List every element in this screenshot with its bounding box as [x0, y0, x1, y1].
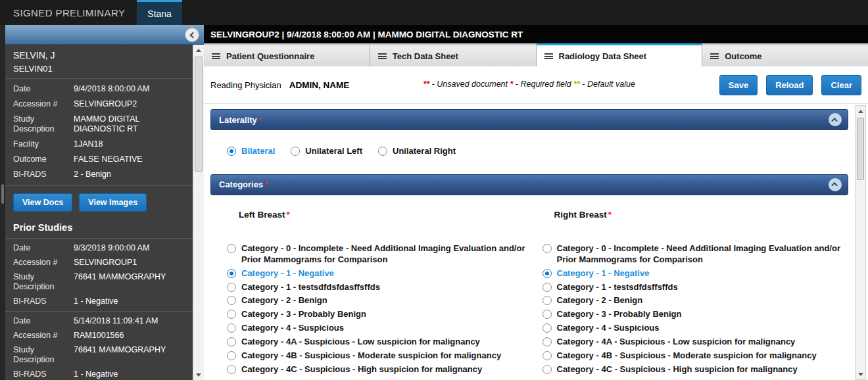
view-docs-button[interactable]: View Docs	[13, 193, 72, 212]
main-panel: SELVINGROUP2 | 9/4/2018 8:00:00 AM | MAM…	[204, 25, 868, 380]
patient-sidebar: SELVIN, J SELVIN01 Date9/4/2018 8:00:00 …	[5, 25, 204, 380]
legend-text: - Unsaved document	[429, 80, 510, 89]
tab-stana[interactable]: Stana	[137, 0, 182, 25]
radio-option[interactable]: Unilateral Right	[378, 146, 456, 157]
radio-option-label: Unilateral Left	[305, 146, 362, 157]
radio-button-icon[interactable]	[542, 365, 552, 374]
radio-button-icon[interactable]	[227, 337, 236, 346]
radio-option[interactable]: Bilateral	[227, 146, 275, 157]
radio-option[interactable]: Category - 3 - Probably Benign	[227, 309, 527, 320]
main-scrollbar[interactable]	[855, 105, 866, 380]
radio-button-icon[interactable]	[542, 351, 552, 360]
radio-button-icon[interactable]	[542, 310, 552, 319]
field-label: Accession #	[13, 258, 74, 268]
clear-button[interactable]: Clear	[821, 75, 861, 95]
radio-option[interactable]: Unilateral Left	[291, 146, 362, 157]
prior-studies-list: Date9/3/2018 9:00:00 AMAccession #SELVIN…	[5, 238, 193, 379]
collapse-categories-button[interactable]	[829, 178, 842, 191]
radio-option[interactable]: Category - 4B - Suspicious - Moderate su…	[227, 350, 527, 362]
panel-splitter[interactable]	[0, 25, 5, 380]
radio-button-icon[interactable]	[227, 296, 236, 305]
field-value: 5/14/2018 11:09:41 AM	[74, 316, 185, 326]
radio-button-icon[interactable]	[227, 269, 236, 278]
tab-outcome[interactable]: Outcome	[702, 43, 868, 66]
view-images-button[interactable]: View Images	[79, 193, 147, 212]
radio-option[interactable]: Category - 4A - Suspicious - Low suspici…	[542, 337, 842, 348]
radio-button-icon[interactable]	[227, 351, 236, 360]
list-icon	[378, 53, 387, 59]
radio-option[interactable]: Category - 4B - Suspicious - Moderate su…	[542, 350, 842, 362]
sidebar-scrollbar[interactable]	[193, 45, 204, 380]
tab-label: Outcome	[725, 51, 761, 61]
scroll-down-button[interactable]	[856, 369, 865, 379]
radio-button-icon[interactable]	[291, 147, 300, 156]
triangle-down-icon	[196, 373, 201, 377]
categories-section-header[interactable]: Categories*	[210, 174, 848, 195]
field-label: BI-RADS	[13, 297, 74, 306]
radio-option[interactable]: Category - 1 - testsdfdsfdasffsffds	[227, 282, 527, 293]
radio-button-icon[interactable]	[227, 147, 236, 156]
field-value: 9/4/2018 8:00:00 AM	[74, 84, 185, 94]
reload-button[interactable]: Reload	[766, 75, 813, 95]
scrollbar-track[interactable]	[193, 55, 204, 369]
radio-option[interactable]: Category - 1 - Negative	[542, 268, 842, 279]
category-option-list: Category - 0 - Incomplete - Need Additio…	[227, 243, 527, 375]
radio-option-label: Category - 3 - Probably Benign	[241, 309, 366, 320]
scroll-up-button[interactable]	[193, 45, 204, 55]
sidebar-actions: View Docs View Images	[5, 186, 193, 218]
column-title: Right Breast*	[542, 210, 842, 220]
radio-button-icon[interactable]	[542, 283, 552, 292]
category-option-list: Category - 0 - Incomplete - Need Additio…	[542, 243, 842, 375]
scrollbar-thumb[interactable]	[857, 118, 864, 180]
radio-button-icon[interactable]	[542, 323, 552, 333]
radio-option[interactable]: Category - 2 - Benign	[542, 295, 842, 306]
study-header: SELVINGROUP2 | 9/4/2018 8:00:00 AM | MAM…	[204, 25, 868, 43]
categories-section-title: Categories	[219, 179, 263, 189]
radio-option-label: Category - 3 - Probably Benign	[557, 309, 682, 320]
scrollbar-track[interactable]	[856, 116, 865, 369]
scrollbar-thumb[interactable]	[195, 57, 203, 172]
field-label: Accession #	[13, 331, 74, 341]
radio-button-icon[interactable]	[227, 244, 236, 253]
radio-option[interactable]: Category - 0 - Incomplete - Need Additio…	[227, 243, 527, 266]
radio-button-icon[interactable]	[542, 269, 552, 278]
radio-option[interactable]: Category - 1 - testsdfdsffsffds	[542, 282, 842, 293]
field-label: Accession #	[13, 99, 74, 109]
tab-tech-data-sheet[interactable]: Tech Data Sheet	[370, 43, 537, 66]
radio-option[interactable]: Category - 1 - Negative	[227, 268, 527, 279]
scroll-down-button[interactable]	[193, 369, 204, 380]
save-button[interactable]: Save	[719, 75, 758, 95]
radio-option[interactable]: Category - 3 - Probably Benign	[542, 309, 842, 320]
radio-option[interactable]: Category - 4C - Suspicious - High suspic…	[542, 364, 842, 375]
radio-button-icon[interactable]	[542, 244, 552, 253]
list-icon	[212, 53, 220, 59]
radio-option[interactable]: Category - 4 - Suspicious	[227, 323, 527, 334]
radio-option[interactable]: Category - 4 - Suspicious	[542, 323, 842, 334]
tab-patient-questionnaire[interactable]: Patient Questionnaire	[204, 43, 370, 66]
collapse-laterality-button[interactable]	[829, 113, 842, 126]
field-row: Facility1JAN18	[13, 139, 185, 149]
radio-button-icon[interactable]	[542, 296, 552, 305]
field-row: Date9/3/2018 9:00:00 AM	[13, 243, 185, 253]
radio-option[interactable]: Category - 4C - Suspicious - High suspic…	[227, 364, 527, 375]
field-label: Date	[13, 243, 74, 253]
field-row: BI-RADS2 - Benign	[13, 170, 185, 179]
radio-button-icon[interactable]	[227, 365, 236, 374]
radio-button-icon[interactable]	[378, 147, 387, 156]
collapse-sidebar-button[interactable]	[185, 28, 199, 42]
field-value: 1JAN18	[74, 139, 185, 149]
radio-button-icon[interactable]	[227, 283, 236, 292]
triangle-up-icon	[858, 110, 863, 113]
triangle-down-icon	[858, 373, 863, 376]
radio-button-icon[interactable]	[227, 310, 236, 319]
radio-option[interactable]: Category - 4A - Suspicious - Low suspici…	[227, 337, 527, 348]
tab-radiology-data-sheet[interactable]: Radiology Data Sheet	[537, 43, 703, 66]
reading-physician-label: Reading Physician	[210, 80, 281, 90]
radio-option[interactable]: Category - 2 - Benign	[227, 295, 527, 306]
scroll-up-button[interactable]	[856, 106, 865, 116]
radio-option[interactable]: Category - 0 - Incomplete - Need Additio…	[542, 243, 842, 266]
radio-button-icon[interactable]	[542, 337, 552, 346]
laterality-section-header[interactable]: Laterality*	[210, 109, 848, 130]
radio-button-icon[interactable]	[227, 323, 236, 333]
radio-option-label: Category - 1 - testsdfdsfdasffsffds	[241, 282, 380, 293]
